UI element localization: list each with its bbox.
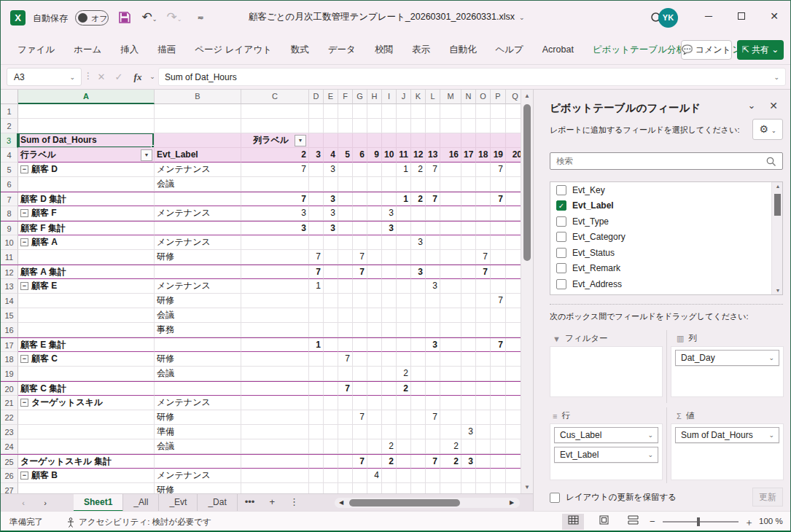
ribbon-tab[interactable]: 描画 [148,35,185,64]
cell-event-label[interactable] [155,338,241,352]
zoom-percentage[interactable]: 100 % [759,517,783,525]
cell-value[interactable] [353,469,367,483]
field-search-input[interactable]: 検索 [550,152,783,170]
cell-value[interactable] [426,308,440,323]
cell-value[interactable] [491,104,506,119]
cell-value[interactable] [309,308,324,323]
cell-value[interactable] [382,250,397,265]
cell-customer-label[interactable]: −顧客 D [18,163,155,177]
cell-value[interactable] [461,206,476,221]
cell-value[interactable] [506,206,521,221]
day-header-19[interactable]: 19 [491,148,506,163]
cell-value[interactable] [338,410,353,425]
page-break-view-button[interactable] [622,514,644,530]
cell-value[interactable] [491,119,506,133]
cell-value[interactable] [241,396,309,410]
cell-value[interactable] [397,119,411,133]
column-header-F[interactable]: F [338,90,353,104]
cell-value[interactable] [411,352,426,367]
cell-value[interactable] [324,439,338,454]
cell-value[interactable] [324,382,338,396]
row-header-12[interactable]: 12 [1,265,18,279]
cell-value[interactable] [411,104,426,119]
cell-value[interactable] [241,410,309,425]
cell-value[interactable] [491,206,506,221]
ribbon-tab[interactable]: 挿入 [111,35,148,64]
zoom-in-icon[interactable]: ＋ [744,516,754,529]
cell-value[interactable]: 7 [491,163,506,177]
cell-value[interactable]: 3 [461,425,476,439]
cell-value[interactable] [353,192,367,206]
collapse-icon[interactable]: − [20,399,28,407]
cell-value[interactable] [353,235,367,250]
cell-value[interactable] [476,439,491,454]
cell-value[interactable]: 2 [382,439,397,454]
cell-value[interactable] [309,192,324,206]
cell-value[interactable]: 3 [382,206,397,221]
cell-value[interactable]: 3 [324,222,338,235]
row-header-17[interactable]: 17 [1,338,18,352]
sheet-prev-icon[interactable]: ‹ [14,496,33,510]
cell-value[interactable] [506,265,521,279]
cell-value[interactable] [382,119,397,133]
spreadsheet-grid[interactable]: ABCDEFGHIJKLMNOPQ123Sum of Dat_Hours列ラベル… [1,90,521,493]
cell-value[interactable] [397,265,411,279]
cell-value[interactable] [411,323,426,337]
cell-value[interactable]: 7 [353,265,367,279]
cell-value[interactable] [461,382,476,396]
cell-value[interactable] [397,294,411,308]
column-header-K[interactable]: K [411,90,426,104]
cell-value[interactable] [382,410,397,425]
update-button[interactable]: 更新 [752,488,783,506]
day-header-12[interactable]: 12 [411,148,426,163]
cell-value[interactable] [367,294,382,308]
cell-value[interactable] [440,265,461,279]
autosave-toggle[interactable]: オフ [75,10,109,26]
cell-value[interactable]: 7 [476,265,491,279]
cell-value[interactable] [426,483,440,493]
cell-value[interactable] [411,382,426,396]
collapse-icon[interactable]: − [20,355,28,363]
row-header-20[interactable]: 20 [1,382,18,396]
day-header-16[interactable]: 16 [440,148,461,163]
cell-value[interactable] [506,279,521,294]
cell-value[interactable] [241,483,309,493]
cell-value[interactable] [440,222,461,235]
cell-value[interactable] [367,308,382,323]
cell-value[interactable] [506,410,521,425]
cell-value[interactable]: 3 [241,206,309,221]
cell-value[interactable] [353,367,367,381]
cell-value[interactable] [309,439,324,454]
cell-value[interactable] [367,163,382,177]
cell-value[interactable]: 7 [426,410,440,425]
cell-value[interactable] [476,352,491,367]
cell-value[interactable] [309,425,324,439]
cell-value[interactable] [461,279,476,294]
cell-value[interactable] [411,206,426,221]
cell-value[interactable] [476,396,491,410]
cell-value[interactable] [309,104,324,119]
field-list-scrollbar[interactable]: ▲ ▼ [771,182,782,294]
cell-value[interactable] [309,469,324,483]
cell-value[interactable] [491,425,506,439]
sheet-more-icon[interactable]: ••• [238,494,262,512]
cell-value[interactable] [382,396,397,410]
cell-value[interactable] [338,294,353,308]
cell-value[interactable] [367,222,382,235]
cell-value[interactable] [367,352,382,367]
cell-value[interactable]: 3 [461,455,476,469]
cell-value[interactable] [241,119,309,133]
cell-value[interactable] [440,250,461,265]
cell-value[interactable] [309,163,324,177]
cell-value[interactable] [353,338,367,352]
cell-value[interactable] [506,235,521,250]
list-scroll-up-icon[interactable]: ▲ [772,184,783,189]
cell-value[interactable] [353,308,367,323]
collapse-icon[interactable]: − [20,209,28,217]
vertical-scroll-thumb[interactable] [523,104,531,261]
cell-value[interactable] [353,382,367,396]
formula-bar-expand-icon[interactable]: ⌄ [774,69,779,86]
cell-value[interactable] [338,469,353,483]
cell-value[interactable] [491,250,506,265]
cell-customer-label[interactable] [18,119,155,133]
